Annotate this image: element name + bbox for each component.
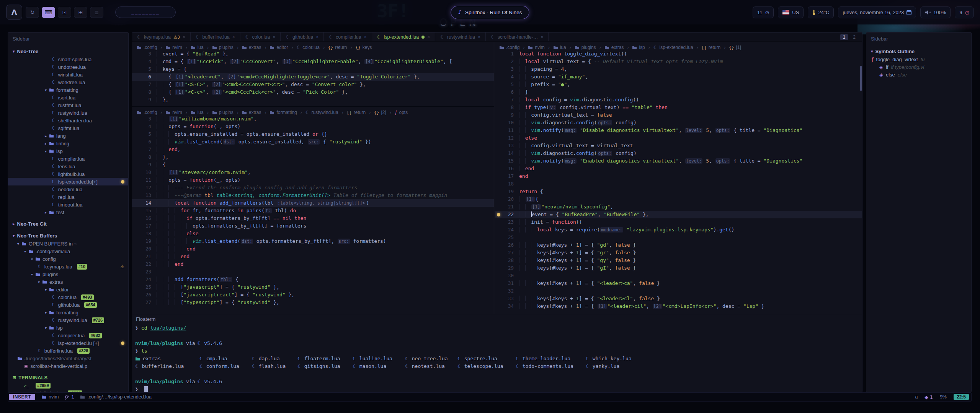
code-line-lsp-9[interactable]: 9 config.virtual_text = false (495, 111, 862, 119)
code-line-lsp-16[interactable]: 16 end (495, 165, 862, 172)
section-header-neo-tree[interactable]: ▾Neo-Tree (8, 47, 128, 55)
code-line-lsp-12[interactable]: 12 else (495, 134, 862, 142)
tree-item-worktree-lua[interactable]: ☾worktree.lua (8, 78, 128, 86)
music-widget[interactable]: ♪ Spiritbox - Rule Of Nines (451, 6, 529, 19)
close-icon[interactable]: × (316, 34, 318, 40)
code-line-lsp-17[interactable]: 17end (495, 172, 862, 180)
breadcrumb-item-plugins[interactable]: plugins (212, 110, 234, 115)
close-icon[interactable]: × (541, 34, 543, 40)
code-line-lsp-14[interactable]: 14 vim.diagnostic.config(opts: config) (495, 150, 862, 157)
tree-item-config[interactable]: ▾config (8, 255, 128, 263)
breadcrumb-item-plugins[interactable]: plugins (575, 45, 596, 50)
code-line-rustywind-13[interactable]: 13 ---@param tbl table<string, conform.F… (132, 192, 494, 199)
section-header-neo-tree-buffers[interactable]: ▾Neo-Tree Buffers (8, 231, 128, 240)
tree-item-winshift-lua[interactable]: ☾winshift.lua (8, 71, 128, 78)
tree-item-lang[interactable]: ▸lang (8, 132, 128, 140)
tree-item-test[interactable]: ▸test (8, 208, 128, 216)
outline-item-if[interactable]: ◈ifif type(config.vi (866, 63, 971, 71)
tree-item-keymaps-lua[interactable]: ☾keymaps.lua#10⚠ (8, 263, 128, 270)
editor-pane-lsp-extended[interactable]: .config›nvim›lua›plugins›extras›lsp›☾lsp… (495, 42, 862, 314)
tab-color-lua[interactable]: ☾color.lua× (240, 33, 281, 41)
tree-item-rustfmt-lua[interactable]: ☾rustfmt.lua (8, 101, 128, 109)
code-line-rustywind-16[interactable]: 16 if opts.formatters_by_ft[ft] == nil t… (132, 215, 494, 222)
code-line-rustywind-12[interactable]: 12 --- Extend the conform plugin config … (132, 184, 494, 192)
breadcrumb-item-opts[interactable]: ƒopts (395, 110, 408, 115)
breadcrumb-item-lua[interactable]: lua (191, 45, 204, 50)
breadcrumb-item-return[interactable]: []return (347, 110, 366, 115)
code-line-rustywind-20[interactable]: 20 end (132, 245, 494, 253)
launcher-button[interactable]: Λ (6, 5, 22, 20)
breadcrumb-item-config[interactable]: .config (499, 45, 519, 50)
close-icon[interactable]: × (427, 34, 430, 40)
breadcrumb-item-extras[interactable]: extras (242, 110, 261, 115)
code-line-lsp-6[interactable]: 6 } (495, 88, 862, 96)
tab-github-lua[interactable]: ☾github.lua× (281, 33, 324, 41)
breadcrumb-item-config[interactable]: .config (137, 45, 157, 50)
breadcrumb-item-return[interactable]: {}return (328, 45, 347, 50)
code-line-lsp-29[interactable]: 29 keys[#keys + 1] = { "gI", false } (495, 264, 862, 272)
code-line-color-5[interactable]: 5 keys = { (132, 65, 494, 73)
section-header-terminals[interactable]: ⊞TERMINALS (8, 373, 128, 382)
code-line-lsp-3[interactable]: 3 spacing = 4, (495, 65, 862, 73)
code-line-rustywind-6[interactable]: 6 vim.list_extend(dst: opts.ensure_insta… (132, 138, 494, 146)
temperature-widget[interactable]: 24°C (808, 7, 834, 18)
code-line-lsp-33[interactable]: 33 keys[#keys + 1] = { "<leader>cl", fal… (495, 295, 862, 302)
tree-item-undotree-lua[interactable]: ☾undotree.lua (8, 63, 128, 71)
tree-item-plugins[interactable]: ▾plugins (8, 270, 128, 278)
tree-item-neodim-lua[interactable]: ☾neodim.lua (8, 185, 128, 193)
code-line-lsp-24[interactable]: 24 local keys = require(modname: "lazyvi… (495, 226, 862, 234)
tree-item-github-lua[interactable]: ☾github.lua#654 (8, 301, 128, 309)
code-line-rustywind-14[interactable]: 14 local function add_formatters(tbl :ta… (132, 199, 494, 207)
code-line-rustywind-23[interactable]: 23 (132, 268, 494, 276)
tree-item-repl-lua[interactable]: ☾repl.lua (8, 193, 128, 201)
breadcrumb-item-nvim[interactable]: nvim (165, 110, 182, 115)
code-line-lsp-11[interactable]: 11 vim.notify(msg: "Disable diagnostics … (495, 127, 862, 134)
tab-page-1[interactable]: 1 (840, 34, 848, 40)
breadcrumb-item-formatting[interactable]: formatting (270, 110, 297, 115)
code-line-lsp-19[interactable]: 19return { (495, 188, 862, 195)
code-line-color-7[interactable]: 7 { [1]"<S-C>", [2]"<cmd>CccConvert<cr>"… (132, 81, 494, 88)
outline-item-toggle-diag-virtext[interactable]: ƒtoggle_diag_virtextfu (866, 55, 971, 63)
symbols-outline-header[interactable]: ▾ Symbols Outline (866, 47, 971, 55)
code-line-rustywind-4[interactable]: 4 opts = function(_, opts) (132, 123, 494, 130)
tree-item-extras[interactable]: ▾extras (8, 278, 128, 286)
code-line-lsp-8[interactable]: 8 if type(v: config.virtual_text) == "ta… (495, 104, 862, 111)
terminal-line-8[interactable]: ❯ (132, 385, 862, 392)
breadcrumb-item-config[interactable]: .config (137, 110, 157, 115)
code-line-lsp-15[interactable]: 15 vim.notify(msg: "Enabled diagnostics … (495, 157, 862, 165)
editor-pane-rustywind[interactable]: .config›nvim›lua›plugins›extras›formatti… (132, 107, 494, 314)
code-line-lsp-10[interactable]: 10 vim.diagnostic.config(opts: config) (495, 119, 862, 127)
close-icon[interactable]: × (364, 34, 367, 40)
breadcrumb-item-lsp[interactable]: lsp (632, 45, 645, 50)
keyboard-layout-widget[interactable]: US (778, 7, 804, 18)
workspaces-widget[interactable]: 11 ⊙ (753, 7, 774, 18)
tab-lsp-extended-lua[interactable]: ☾lsp-extended.lua× (372, 33, 436, 41)
tree-item-smart-splits-lua[interactable]: ☾smart-splits.lua (8, 55, 128, 63)
code-line-rustywind-5[interactable]: 5 opts.ensure_installed = opts.ensure_in… (132, 130, 494, 138)
code-line-rustywind-27[interactable]: 27 ["typescript"] = { "rustywind" }, (132, 299, 494, 306)
tree-item-scrollbar-handle-vertical-p[interactable]: ▣scrollbar-handle-vertical.p (8, 362, 128, 370)
refresh-button[interactable]: ↻ (26, 7, 39, 18)
tree-item-linting[interactable]: ▸linting (8, 140, 128, 147)
breadcrumb-item-plugins[interactable]: plugins (212, 45, 234, 50)
code-line-rustywind-25[interactable]: 25 ["javascript"] = { "rustywind" }, (132, 283, 494, 291)
code-line-color-8[interactable]: 8 { [1]"<C-c>", [2]"<cmd>CccPick<cr>", d… (132, 88, 494, 96)
code-line-rustywind-8[interactable]: 8 }, (132, 153, 494, 161)
breadcrumb-item-keys[interactable]: {}keys (356, 45, 372, 50)
code-line-rustywind-26[interactable]: 26 ["javascriptreact"] = { "rustywind" }… (132, 291, 494, 299)
keyboard-button[interactable]: ⌨ (42, 7, 55, 18)
date-widget[interactable]: jueves, noviembre 16, 2023 (838, 7, 916, 18)
tree-item-rustywind-lua[interactable]: ☾rustywind.lua#726 (8, 316, 128, 324)
tree-item-lightbulb-lua[interactable]: ☾lightbulb.lua (8, 170, 128, 178)
tree-item-open-buffers-in[interactable]: ▾OPEN BUFFERS in ~ (8, 240, 128, 247)
tree-item-c-n-l-plugins[interactable]: >_~/.c/n/l/plugins#3980 (8, 389, 128, 392)
code-line-lsp-13[interactable]: 13 config.virtual_text = virtual_text (495, 142, 862, 150)
breadcrumb-item-lua[interactable]: lua (191, 110, 204, 115)
tree-item-timeout-lua[interactable]: ☾timeout.lua (8, 201, 128, 208)
code-line-lsp-26[interactable]: 26 keys[#keys + 1] = { "gd", false } (495, 241, 862, 249)
code-line-lsp-22[interactable]: 22 event = { "BufReadPre", "BufNewFile" … (495, 211, 862, 218)
code-line-lsp-20[interactable]: 20 [1]{ (495, 195, 862, 203)
code-line-lsp-18[interactable]: 18 (495, 180, 862, 188)
code-line-color-4[interactable]: 4 cmd = { [1]"CccPick", [2]"CccConvert",… (132, 58, 494, 65)
tree-item-rustywind-lua[interactable]: ☾rustywind.lua (8, 109, 128, 117)
